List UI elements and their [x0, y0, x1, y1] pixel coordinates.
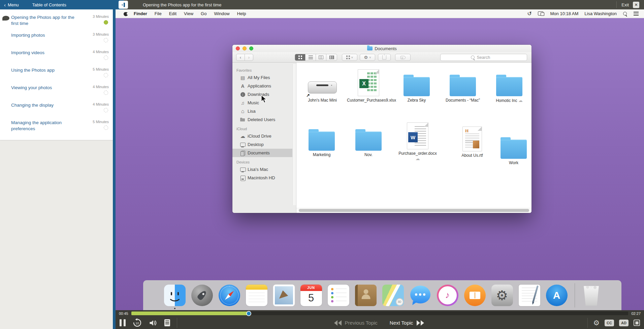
dock-contacts-icon[interactable] — [355, 285, 377, 306]
list-view-button[interactable] — [305, 54, 316, 61]
close-window-button[interactable] — [236, 46, 240, 50]
toc-item-using-photos-app[interactable]: Using the Photos app 5 Minutes — [0, 64, 113, 82]
sidebar-item-all-my-files[interactable]: ▤ All My Files — [232, 73, 296, 82]
file-customer-purchases-xlsx[interactable]: X Customer_Purchases9.xlsx — [347, 66, 390, 103]
arrange-button[interactable]: ˅ — [342, 54, 357, 61]
transcript-button[interactable] — [164, 319, 170, 326]
dock-notes-icon[interactable] — [246, 285, 267, 306]
total-time: 02:27 — [631, 312, 641, 316]
toc-item-viewing-photos[interactable]: Viewing your photos 4 Minutes — [0, 82, 113, 99]
file-work-folder[interactable]: Work — [492, 129, 532, 166]
share-button[interactable] — [378, 54, 391, 61]
apple-logo-icon[interactable] — [124, 11, 128, 16]
menubar-item-finder[interactable]: Finder — [134, 11, 147, 16]
sidebar-item-deleted-users[interactable]: Deleted Users — [232, 115, 296, 124]
menubar-clock[interactable]: Mon 10:18 AM — [550, 11, 579, 16]
menubar-item-file[interactable]: File — [155, 11, 162, 16]
minimize-window-button[interactable] — [243, 46, 247, 50]
horizontal-scrollbar[interactable] — [299, 209, 529, 212]
search-input[interactable] — [477, 55, 497, 60]
column-view-button[interactable] — [316, 54, 326, 61]
closed-captions-button[interactable]: CC — [605, 320, 614, 326]
file-about-us-rtf[interactable]: H About Us.rtf — [451, 121, 494, 158]
sidebar-item-documents[interactable]: Documents — [232, 149, 296, 157]
notification-center-icon[interactable] — [634, 12, 639, 15]
menubar-user[interactable]: Lisa Washington — [584, 11, 617, 16]
toc-item-changing-display[interactable]: Changing the display 4 Minutes — [0, 99, 113, 117]
dock-textedit-icon[interactable] — [519, 285, 540, 306]
sidebar-item-applications[interactable]: A Applications — [232, 82, 296, 90]
zoom-window-button[interactable] — [249, 46, 253, 50]
sidebar-item-lisas-mac[interactable]: Lisa's Mac — [232, 165, 296, 174]
sidebar-item-macintosh-hd[interactable]: Macintosh HD — [232, 174, 296, 182]
divider — [587, 318, 588, 328]
file-nov-folder[interactable]: Nov. — [347, 120, 390, 157]
back-button[interactable]: ‹ — [236, 54, 245, 61]
dock-maps-icon[interactable]: 3D — [382, 285, 404, 306]
dock-finder-icon[interactable] — [164, 285, 186, 306]
toc-item-opening-photos[interactable]: Opening the Photos app for the first tim… — [0, 11, 113, 29]
coverflow-view-button[interactable] — [326, 54, 337, 61]
menubar-item-go[interactable]: Go — [201, 11, 206, 16]
forward-button[interactable]: › — [245, 54, 253, 61]
fullscreen-button[interactable] — [634, 320, 640, 326]
file-homotic-inc-folder[interactable]: Homotic Inc ☁ — [488, 66, 531, 103]
exit-button[interactable]: Exit — [621, 2, 629, 7]
collapse-sidebar-button[interactable]: ‹ — [119, 1, 128, 9]
toc-item-importing-videos[interactable]: Importing videos 4 Minutes — [0, 47, 113, 64]
seek-handle[interactable] — [246, 311, 251, 316]
action-button[interactable]: ⚙ ˅ — [360, 54, 375, 61]
previous-topic-button[interactable]: Previous Topic — [334, 320, 378, 326]
status-incomplete-icon — [104, 73, 108, 77]
window-titlebar[interactable]: Documents — [232, 45, 532, 52]
file-documents-mac-folder[interactable]: Documents - “Mac” — [441, 66, 484, 103]
dock-trash-icon[interactable] — [582, 285, 601, 306]
file-purchase-order-docx[interactable]: W Purchase_order.docx ☁ — [396, 119, 439, 161]
file-marketing-folder[interactable]: Marketing — [300, 120, 343, 157]
dock-reminders-icon[interactable] — [328, 285, 349, 306]
dock-itunes-icon[interactable]: ♪ — [437, 285, 458, 306]
seek-bar[interactable] — [131, 312, 629, 315]
icon-view-button[interactable] — [295, 54, 305, 61]
sidebar-scrollbar[interactable] — [292, 64, 296, 205]
arrange-icon — [346, 56, 350, 59]
menubar-item-help[interactable]: Help — [237, 11, 246, 16]
tag-button[interactable] — [395, 54, 411, 61]
file-label: About Us.rtf — [451, 153, 494, 158]
rewind-10-button[interactable]: 10 — [133, 318, 142, 327]
calendar-month: JUN — [300, 285, 322, 291]
sidebar-item-lisa-home[interactable]: ⌂ Lisa — [232, 107, 296, 115]
audio-description-button[interactable]: AD — [619, 320, 629, 326]
file-zebra-sky-folder[interactable]: Zebra Sky — [395, 66, 438, 103]
compass-needle-icon — [224, 290, 235, 301]
previous-topic-label: Previous Topic — [345, 320, 378, 326]
dock-app-store-icon[interactable]: A — [546, 285, 568, 306]
toc-item-managing-preferences[interactable]: Managing the application preferences 5 M… — [0, 117, 113, 135]
time-machine-icon[interactable]: ↺ — [527, 10, 532, 17]
status-incomplete-icon — [104, 38, 108, 42]
dock-launchpad-icon[interactable] — [191, 285, 213, 306]
menubar-item-edit[interactable]: Edit — [169, 11, 176, 16]
next-topic-button[interactable]: Next Topic — [390, 320, 424, 326]
finder-search-field[interactable] — [440, 54, 527, 61]
menubar-item-view[interactable]: View — [184, 11, 193, 16]
displays-icon[interactable] — [538, 11, 544, 16]
file-johns-mac-mini[interactable]: ↗ John's Mac Mini — [301, 66, 344, 103]
spotlight-search-icon[interactable] — [623, 11, 627, 16]
volume-button[interactable] — [149, 319, 157, 327]
panel-separator — [113, 9, 116, 329]
dock-mail-icon[interactable] — [273, 285, 295, 306]
menubar-item-window[interactable]: Window — [214, 11, 229, 16]
pause-button[interactable] — [120, 319, 126, 326]
sidebar-item-icloud-drive[interactable]: ☁ iCloud Drive — [232, 132, 296, 140]
dock-safari-icon[interactable] — [219, 285, 240, 306]
sidebar-item-desktop[interactable]: Desktop — [232, 140, 296, 149]
dock-ibooks-icon[interactable] — [464, 285, 486, 306]
dock-system-preferences-icon[interactable]: ⚙ — [491, 285, 513, 306]
close-button[interactable]: ✕ — [633, 2, 639, 8]
menu-button[interactable]: ‹ Menu — [4, 2, 19, 7]
dock-calendar-icon[interactable]: JUN 5 — [300, 285, 322, 306]
dock-messages-icon[interactable] — [410, 285, 431, 306]
player-settings-button[interactable]: ⚙ — [593, 319, 600, 326]
toc-item-importing-photos[interactable]: Importing photos 3 Minutes — [0, 29, 113, 47]
